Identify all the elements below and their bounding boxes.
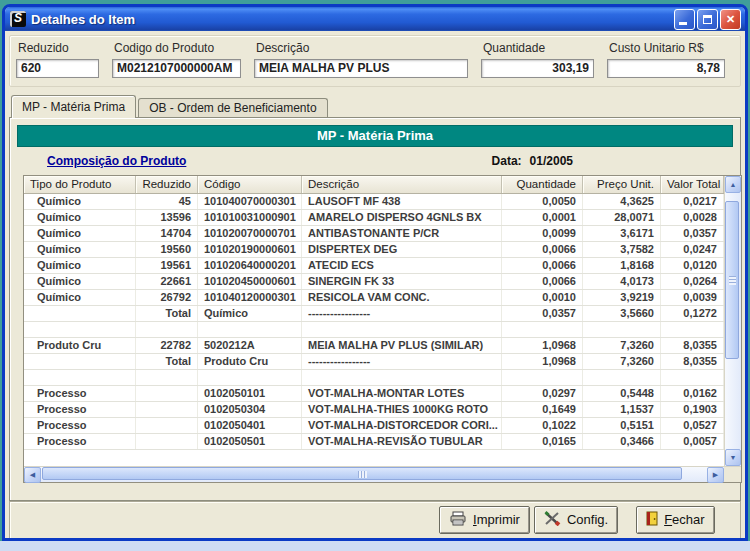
- quantidade-field[interactable]: [481, 59, 594, 78]
- vertical-scrollbar[interactable]: ▲ ▼: [724, 176, 741, 466]
- table-cell: 0102050101: [198, 386, 302, 401]
- table-cell: VOT-MALHA-DISTORCEDOR CORI...: [302, 418, 502, 433]
- col-quantidade[interactable]: Quantidade: [502, 176, 583, 193]
- table-cell: [583, 370, 661, 385]
- table-cell: 0,0066: [502, 274, 583, 289]
- custo-unitario-label: Custo Unitario R$: [609, 41, 725, 55]
- scroll-left-icon[interactable]: ◀: [24, 467, 41, 483]
- col-reduzido[interactable]: Reduzido: [136, 176, 198, 193]
- scroll-right-icon[interactable]: ▶: [707, 467, 724, 483]
- panel-header: MP - Matéria Prima: [17, 125, 733, 147]
- table-row[interactable]: Químico19560101020190000601DISPERTEX DEG…: [24, 242, 724, 258]
- col-descricao[interactable]: Descrição: [302, 176, 502, 193]
- close-button[interactable]: ✕: [720, 9, 741, 30]
- table-cell: 0,0247: [661, 242, 724, 257]
- descricao-field[interactable]: [254, 59, 468, 78]
- table-cell: 0,5448: [583, 386, 661, 401]
- table-row[interactable]: Processo0102050304VOT-MALHA-THIES 1000KG…: [24, 402, 724, 418]
- table-cell: [136, 322, 198, 337]
- table-row[interactable]: Químico13596101010031000901AMARELO DISPE…: [24, 210, 724, 226]
- table-row[interactable]: TotalProduto Cru-----------------1,09687…: [24, 354, 724, 370]
- title-bar[interactable]: S Detalhes do Item ✕: [5, 7, 745, 31]
- codigo-produto-label: Codigo do Produto: [114, 41, 241, 55]
- table-row[interactable]: Processo0102050401VOT-MALHA-DISTORCEDOR …: [24, 418, 724, 434]
- table-row[interactable]: [24, 322, 724, 338]
- col-codigo[interactable]: Código: [198, 176, 302, 193]
- table-row[interactable]: Químico19561101020640000201ATECID ECS0,0…: [24, 258, 724, 274]
- quantidade-label: Quantidade: [483, 41, 594, 55]
- col-preco-unit[interactable]: Preço Unit.: [583, 176, 661, 193]
- descricao-label: Descrição: [256, 41, 468, 55]
- table-cell: 1,0968: [502, 354, 583, 369]
- imprimir-button[interactable]: Imprimir: [439, 506, 530, 534]
- button-bar: Imprimir Config. Fechar: [9, 501, 741, 539]
- fechar-button[interactable]: Fechar: [636, 506, 714, 534]
- table-cell: 0,0010: [502, 290, 583, 305]
- table-row[interactable]: Processo0102050501VOT-MALHA-REVISÃO TUBU…: [24, 434, 724, 450]
- horizontal-scroll-track[interactable]: [41, 467, 707, 482]
- table-cell: 0,5151: [583, 418, 661, 433]
- table-cell: 1,0968: [502, 338, 583, 353]
- table-cell: LAUSOFT MF 438: [302, 194, 502, 209]
- tab-mp-materia-prima[interactable]: MP - Matéria Prima: [11, 95, 136, 118]
- table-cell: 0,0357: [661, 226, 724, 241]
- thumb-grip-icon: [729, 276, 736, 285]
- tab-ob-ordem-beneficiamento[interactable]: OB - Ordem de Beneficiamento: [138, 98, 327, 117]
- table-row[interactable]: [24, 370, 724, 386]
- table-cell: Químico: [24, 226, 136, 241]
- table-cell: 101040120000301: [198, 290, 302, 305]
- table-row[interactable]: Produto Cru227825020212AMEIA MALHA PV PL…: [24, 338, 724, 354]
- table-cell: 101020190000601: [198, 242, 302, 257]
- table-row[interactable]: Químico45101040070000301LAUSOFT MF 4380,…: [24, 194, 724, 210]
- table-cell: 3,9219: [583, 290, 661, 305]
- table-cell: [24, 322, 136, 337]
- table-cell: [583, 322, 661, 337]
- grid-header-row[interactable]: Tipo do Produto Reduzido Código Descriçã…: [24, 176, 724, 194]
- maximize-icon: [703, 15, 712, 24]
- table-cell: 19560: [136, 242, 198, 257]
- col-tipo-produto[interactable]: Tipo do Produto: [24, 176, 136, 193]
- scroll-up-icon[interactable]: ▲: [725, 176, 741, 193]
- reduzido-label: Reduzido: [18, 41, 99, 55]
- table-cell: 101040070000301: [198, 194, 302, 209]
- table-cell: [661, 322, 724, 337]
- table-cell: [502, 370, 583, 385]
- table-cell: [24, 306, 136, 321]
- table-cell: Químico: [24, 290, 136, 305]
- vertical-scroll-thumb[interactable]: [725, 201, 739, 359]
- codigo-produto-field[interactable]: [112, 59, 241, 78]
- tab-strip: MP - Matéria Prima OB - Ordem de Benefic…: [11, 95, 741, 117]
- table-cell: 3,6171: [583, 226, 661, 241]
- table-cell: AMARELO DISPERSO 4GNLS BX: [302, 210, 502, 225]
- table-row[interactable]: Químico22661101020450000601SINERGIN FK 3…: [24, 274, 724, 290]
- table-row[interactable]: Processo0102050101VOT-MALHA-MONTAR LOTES…: [24, 386, 724, 402]
- table-cell: MEIA MALHA PV PLUS (SIMILAR): [302, 338, 502, 353]
- table-row[interactable]: Químico14704101020070000701ANTIBASTONANT…: [24, 226, 724, 242]
- table-cell: 0,0066: [502, 258, 583, 273]
- table-cell: 28,0071: [583, 210, 661, 225]
- reduzido-field[interactable]: [16, 59, 99, 78]
- table-cell: [136, 418, 198, 433]
- table-cell: Processo: [24, 418, 136, 433]
- custo-unitario-field[interactable]: [607, 59, 725, 78]
- table-row[interactable]: Químico26792101040120000301RESICOLA VAM …: [24, 290, 724, 306]
- table-cell: 0102050501: [198, 434, 302, 449]
- maximize-button[interactable]: [697, 9, 718, 30]
- col-valor-total[interactable]: Valor Total: [661, 176, 724, 193]
- table-cell: [198, 370, 302, 385]
- table-cell: 0,3466: [583, 434, 661, 449]
- config-button[interactable]: Config.: [534, 506, 618, 534]
- horizontal-scroll-thumb[interactable]: [42, 467, 682, 480]
- vertical-scroll-track[interactable]: [725, 193, 741, 449]
- close-icon: ✕: [726, 13, 735, 26]
- horizontal-scrollbar[interactable]: ◀ ▶: [24, 467, 724, 482]
- scroll-down-icon[interactable]: ▼: [725, 449, 741, 466]
- table-cell: 45: [136, 194, 198, 209]
- composicao-produto-link[interactable]: Composição do Produto: [47, 154, 186, 168]
- minimize-button[interactable]: [674, 9, 695, 30]
- table-cell: [136, 402, 198, 417]
- table-cell: 0102050304: [198, 402, 302, 417]
- table-cell: Processo: [24, 402, 136, 417]
- table-cell: 0,0165: [502, 434, 583, 449]
- table-row[interactable]: TotalQuímico-----------------0,03573,566…: [24, 306, 724, 322]
